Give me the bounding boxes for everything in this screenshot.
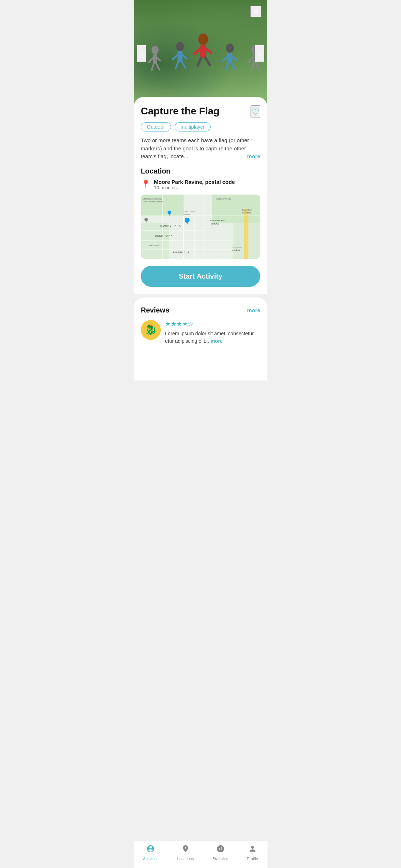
svg-rect-13 <box>200 45 206 58</box>
svg-line-17 <box>205 58 210 65</box>
svg-line-5 <box>156 64 159 69</box>
svg-rect-1 <box>153 54 157 64</box>
activity-title: Capture the Flag <box>141 105 246 117</box>
svg-text:GOVERNOR'S: GOVERNOR'S <box>210 219 225 222</box>
svg-point-18 <box>226 43 234 53</box>
review-stars: ★★★★☆ <box>165 320 260 328</box>
tag-multiplayer[interactable]: multiplayer <box>175 122 211 131</box>
svg-text:BRIDGE: BRIDGE <box>211 223 219 225</box>
content-card: Capture the Flag ♡ Outdoor multiplayer T… <box>134 97 267 294</box>
svg-marker-64 <box>145 219 147 223</box>
activity-description: Two or more teams each have a flag (or o… <box>141 136 260 161</box>
svg-text:Lower Don: Lower Don <box>242 209 252 211</box>
location-section-title: Location <box>141 167 260 175</box>
svg-marker-60 <box>186 220 189 225</box>
location-row: 📍 Moore Park Ravine, postal code 10 minu… <box>141 179 260 190</box>
svg-point-12 <box>198 33 208 45</box>
review-text: Lorem ipsum dolor sit amet, consectetur … <box>165 330 260 345</box>
svg-point-0 <box>151 46 159 54</box>
svg-line-21 <box>232 57 236 60</box>
svg-text:Mills Park: Mills Park <box>232 249 240 251</box>
svg-line-8 <box>173 55 178 59</box>
svg-rect-19 <box>227 53 232 63</box>
svg-text:Moo... Park: Moo... Park <box>184 211 195 213</box>
svg-line-9 <box>182 55 186 58</box>
svg-line-3 <box>157 58 160 61</box>
svg-line-26 <box>248 58 253 62</box>
reviews-title: Reviews <box>141 306 169 314</box>
next-arrow-button[interactable]: › <box>255 45 264 62</box>
review-more-link[interactable]: more <box>211 338 223 344</box>
svg-line-2 <box>149 58 153 62</box>
svg-line-11 <box>182 62 185 68</box>
svg-text:MOORE PARK: MOORE PARK <box>160 224 181 227</box>
svg-line-23 <box>232 63 235 69</box>
favorite-button[interactable]: ♡ <box>251 105 260 118</box>
svg-line-28 <box>251 64 253 71</box>
svg-text:ROSEDALE: ROSEDALE <box>173 251 190 254</box>
description-more-link[interactable]: more <box>247 153 260 161</box>
tags-container: Outdoor multiplayer <box>141 122 260 131</box>
reviews-header: Reviews more <box>141 306 260 314</box>
reviews-section: Reviews more 🐉 ★★★★☆ Lorem ipsum dolor s… <box>134 298 267 381</box>
svg-rect-7 <box>178 51 182 62</box>
location-pin-icon: 📍 <box>141 180 150 189</box>
svg-text:Balfour Park: Balfour Park <box>148 244 160 247</box>
location-info: Moore Park Ravine, postal code 10 minute… <box>154 179 260 190</box>
close-button[interactable]: × <box>250 6 262 17</box>
review-content: ★★★★☆ Lorem ipsum dolor sit amet, consec… <box>165 320 260 345</box>
svg-text:Cremation and Funeral...: Cremation and Funeral... <box>143 201 164 203</box>
reviews-more-link[interactable]: more <box>247 307 260 313</box>
svg-line-20 <box>223 57 227 61</box>
svg-line-16 <box>198 58 201 66</box>
svg-line-14 <box>194 49 200 54</box>
hero-image: × ‹ › <box>134 0 267 107</box>
prev-arrow-button[interactable]: ‹ <box>137 45 146 62</box>
tag-outdoor[interactable]: Outdoor <box>141 122 171 131</box>
svg-line-10 <box>176 62 178 68</box>
svg-text:Ravine: Ravine <box>184 213 190 216</box>
svg-line-4 <box>151 64 154 71</box>
reviewer-avatar: 🐉 <box>141 320 161 340</box>
svg-line-15 <box>206 49 211 53</box>
location-name: Moore Park Ravine, postal code <box>154 179 260 185</box>
svg-text:Crothers Woods: Crothers Woods <box>216 198 231 200</box>
svg-text:DEER PARK: DEER PARK <box>155 234 173 237</box>
review-row: 🐉 ★★★★☆ Lorem ipsum dolor sit amet, cons… <box>141 320 260 345</box>
start-activity-button[interactable]: Start Activity <box>141 266 260 287</box>
avatar-emoji: 🐉 <box>145 324 157 336</box>
map-container[interactable]: MOORE PARK DEER PARK ROSEDALE GOVERNOR'S… <box>141 195 260 259</box>
svg-line-22 <box>226 63 228 70</box>
location-time: 10 minutes... <box>154 185 260 190</box>
svg-text:Mt Pleasant Cemetery,: Mt Pleasant Cemetery, <box>143 198 163 200</box>
svg-text:Parklands: Parklands <box>242 212 251 214</box>
svg-text:Todmorden: Todmorden <box>232 246 242 248</box>
svg-line-29 <box>256 64 259 69</box>
svg-point-6 <box>176 42 184 51</box>
